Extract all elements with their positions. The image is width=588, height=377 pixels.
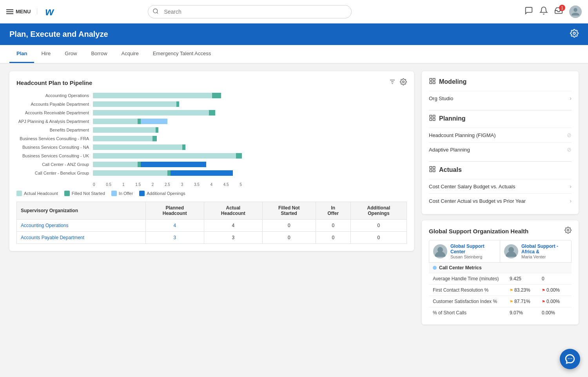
adaptive-planning-link[interactable]: Adaptive Planning ⊘ bbox=[429, 142, 572, 157]
x-tick: 0 bbox=[93, 182, 95, 187]
bar-actual-segment bbox=[93, 136, 152, 141]
inbox-button[interactable]: 1 bbox=[554, 6, 563, 17]
support-col-2: Global Support - Africa & Maria Venter bbox=[500, 240, 571, 262]
legend-item: Filled Not Started bbox=[64, 191, 105, 196]
bar-container bbox=[93, 101, 407, 107]
svg-point-24 bbox=[571, 358, 572, 359]
bar-additional-segment bbox=[141, 162, 206, 167]
support-person-1-name: Global Support Center bbox=[450, 244, 496, 254]
svg-line-1 bbox=[157, 12, 158, 13]
chatbot-button[interactable] bbox=[560, 349, 580, 369]
headcount-planning-link[interactable]: Headcount Planning (FIGMA) ⊘ bbox=[429, 128, 572, 142]
menu-button[interactable]: MENU bbox=[6, 9, 37, 14]
tab-emergency-talent[interactable]: Emergency Talent Access bbox=[146, 45, 218, 63]
svg-rect-12 bbox=[433, 115, 435, 117]
legend-label: In Offer bbox=[119, 191, 133, 196]
metric-val-2: 0 bbox=[539, 273, 572, 284]
svg-point-2 bbox=[573, 32, 575, 34]
col-offer: InOffer bbox=[316, 202, 350, 220]
metric-row: First Contact Resolution %⚑83.23%⚑0.00% bbox=[429, 284, 572, 296]
col-actual: ActualHeadcount bbox=[204, 202, 262, 220]
metric-label: Customer Satisfaction Index % bbox=[429, 296, 507, 307]
legend-label: Actual Headcount bbox=[24, 191, 58, 196]
tab-hire[interactable]: Hire bbox=[34, 45, 58, 63]
planning-title: Planning bbox=[439, 115, 466, 122]
x-tick: 1 bbox=[122, 182, 125, 187]
svg-point-19 bbox=[567, 229, 569, 231]
planned-val: 3 bbox=[145, 232, 204, 244]
filter-button[interactable] bbox=[389, 78, 396, 87]
bar-row: Accounting Operations bbox=[16, 92, 407, 99]
x-tick: 4.5 bbox=[223, 182, 229, 187]
filled-val: 0 bbox=[262, 232, 316, 244]
salary-budget-label: Cost Center Salary Budget vs. Actuals bbox=[429, 184, 515, 189]
lock-icon: ⊘ bbox=[567, 132, 572, 138]
table-container: Supervisory Organization PlannedHeadcoun… bbox=[16, 202, 407, 244]
bar-row: Call Center - Benelux Group bbox=[16, 170, 407, 176]
chart-title: Headcount Plan to Pipeline bbox=[16, 79, 92, 86]
search-bar bbox=[148, 5, 352, 18]
top-navigation: MENU w 1 bbox=[0, 0, 588, 23]
org-link[interactable]: Accounts Payable Department bbox=[21, 235, 84, 240]
chart-settings-button[interactable] bbox=[400, 78, 407, 87]
metric-val-2: ⚑0.00% bbox=[539, 285, 572, 296]
metric-val-1: ⚑83.23% bbox=[507, 285, 539, 296]
salary-budget-link[interactable]: Cost Center Salary Budget vs. Actuals › bbox=[429, 179, 572, 193]
org-link[interactable]: Accounting Operations bbox=[21, 223, 68, 228]
modeling-header: Modeling bbox=[429, 78, 572, 86]
bar-container bbox=[93, 135, 407, 142]
support-avatar-2 bbox=[504, 244, 518, 258]
chevron-right-icon-3: › bbox=[570, 198, 572, 204]
svg-point-23 bbox=[570, 358, 570, 359]
tab-borrow[interactable]: Borrow bbox=[84, 45, 114, 63]
svg-rect-7 bbox=[430, 78, 432, 80]
messages-button[interactable] bbox=[524, 6, 533, 17]
menu-label: MENU bbox=[16, 9, 31, 14]
bar-label: Business Services Consulting - UK bbox=[16, 153, 93, 158]
bar-label: Accounting Operations bbox=[16, 93, 93, 98]
settings-button[interactable] bbox=[570, 29, 579, 40]
search-input[interactable] bbox=[148, 5, 352, 18]
legend-color-box bbox=[139, 191, 145, 196]
bar-actual-segment bbox=[93, 170, 167, 176]
bar-label: Call Center - Benelux Group bbox=[16, 171, 93, 175]
planning-header: Planning bbox=[429, 114, 572, 123]
legend-color-box bbox=[111, 191, 117, 196]
metric-val-1: ⚑87.71% bbox=[507, 296, 539, 307]
legend-label: Filled Not Started bbox=[72, 191, 105, 196]
bar-filled-segment bbox=[167, 170, 171, 176]
bar-container bbox=[93, 153, 407, 159]
tab-grow[interactable]: Grow bbox=[58, 45, 84, 63]
bar-row: Business Services Consulting - NA bbox=[16, 144, 407, 150]
bar-label: Call Center - ANZ Group bbox=[16, 162, 93, 167]
svg-rect-15 bbox=[430, 166, 432, 168]
avatar[interactable] bbox=[569, 5, 582, 18]
support-settings-button[interactable] bbox=[564, 227, 572, 235]
offer-val: 0 bbox=[316, 220, 350, 232]
tab-plan[interactable]: Plan bbox=[9, 45, 34, 63]
bar-filled-segment bbox=[236, 153, 242, 159]
actuals-title: Actuals bbox=[439, 166, 462, 173]
chevron-right-icon: › bbox=[570, 95, 572, 101]
tab-acquire[interactable]: Acquire bbox=[114, 45, 146, 63]
bar-filled-segment bbox=[138, 162, 141, 167]
x-tick: 2.5 bbox=[165, 182, 170, 187]
bar-container bbox=[93, 127, 407, 133]
bar-filled-segment bbox=[138, 119, 141, 124]
budget-prior-year-link[interactable]: Cost Center Actual vs Budget vs Prior Ye… bbox=[429, 193, 572, 208]
actual-val: 4 bbox=[204, 220, 262, 232]
modeling-planning-actuals-card: Modeling Org Studio › Planning Headcount… bbox=[422, 71, 579, 214]
org-studio-link[interactable]: Org Studio › bbox=[429, 91, 572, 105]
svg-rect-11 bbox=[430, 115, 432, 117]
bar-filled-segment bbox=[156, 127, 159, 133]
planned-val: 4 bbox=[145, 220, 204, 232]
lock-icon-2: ⊘ bbox=[567, 146, 572, 153]
metric-val-2: 0.00% bbox=[539, 307, 572, 318]
metrics-rows: Average Handle Time (minutes)9.4250First… bbox=[429, 273, 572, 318]
actuals-header: Actuals bbox=[429, 166, 572, 174]
bar-label: Business Services Consulting - NA bbox=[16, 145, 93, 150]
inbox-badge: 1 bbox=[559, 5, 565, 11]
notifications-button[interactable] bbox=[539, 6, 548, 17]
svg-rect-18 bbox=[433, 170, 435, 172]
chart-legend: Actual HeadcountFilled Not StartedIn Off… bbox=[16, 191, 407, 196]
